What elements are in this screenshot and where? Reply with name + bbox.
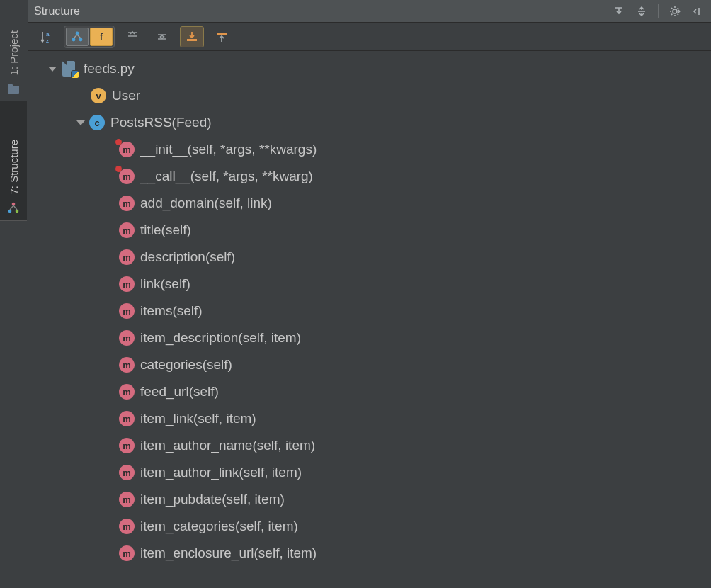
tree-node-method[interactable]: mitem_author_link(self, item) <box>28 459 711 486</box>
svg-point-5 <box>673 9 677 13</box>
structure-panel: Structure az <box>28 0 711 588</box>
filter-group: f <box>64 26 115 48</box>
sidebar-tab-project[interactable]: 1: Project <box>0 1 27 101</box>
node-label: categories(self) <box>140 357 232 373</box>
show-fields-button[interactable]: f <box>90 28 113 46</box>
method-icon: m <box>119 142 135 157</box>
method-icon: m <box>119 411 135 426</box>
node-label: item_categories(self, item) <box>140 519 298 534</box>
tree-node-method[interactable]: m__init__(self, *args, **kwargs) <box>28 136 711 163</box>
node-label: item_link(self, item) <box>140 411 256 426</box>
node-label: link(self) <box>140 276 190 292</box>
private-lock-icon <box>115 166 122 172</box>
tree-node-method[interactable]: mitem_categories(self, item) <box>28 513 711 540</box>
gear-icon[interactable] <box>667 4 683 19</box>
method-icon: m <box>119 384 135 400</box>
method-icon: m <box>119 330 135 346</box>
node-label: feeds.py <box>84 61 135 77</box>
tree-node-method[interactable]: mitems(self) <box>28 298 711 324</box>
svg-text:z: z <box>46 38 49 44</box>
side-tab-strip: 1: Project 7: Structure <box>0 0 28 588</box>
sort-alpha-button[interactable]: az <box>34 26 58 47</box>
svg-point-4 <box>16 210 19 213</box>
method-icon: m <box>119 492 135 507</box>
node-label: item_author_link(self, item) <box>140 465 302 480</box>
tree-node-method[interactable]: mdescription(self) <box>28 244 711 271</box>
node-label: PostsRSS(Feed) <box>110 115 212 130</box>
svg-point-10 <box>79 38 83 41</box>
method-icon: m <box>119 196 135 211</box>
svg-rect-1 <box>8 84 13 87</box>
scroll-to-source-icon[interactable] <box>611 4 627 19</box>
tree-node-method[interactable]: mitem_description(self, item) <box>28 324 711 351</box>
node-label: item_author_name(self, item) <box>140 438 315 453</box>
autoscroll-to-source-button[interactable] <box>180 26 204 47</box>
svg-text:a: a <box>46 31 50 38</box>
show-supertypes-button[interactable] <box>66 28 89 46</box>
node-label: add_domain(self, link) <box>140 196 272 211</box>
disclosure-triangle-icon[interactable] <box>76 120 85 125</box>
variable-icon: v <box>91 88 106 103</box>
python-file-icon <box>61 60 78 77</box>
class-icon: c <box>89 115 105 130</box>
method-icon: m <box>119 465 135 480</box>
disclosure-triangle-icon[interactable] <box>48 67 57 72</box>
tree-node-method[interactable]: mfeed_url(self) <box>28 378 711 405</box>
expand-all-button[interactable] <box>120 26 144 47</box>
method-icon: m <box>119 545 135 561</box>
tree-node-method[interactable]: mitem_link(self, item) <box>28 405 711 432</box>
project-icon <box>7 82 20 95</box>
sidebar-tab-structure-label: 7: Structure <box>8 132 20 202</box>
tree-node-method[interactable]: mcategories(self) <box>28 351 711 378</box>
tree-file-node[interactable]: feeds.py <box>28 55 711 82</box>
svg-rect-14 <box>217 33 227 35</box>
collapse-all-button[interactable] <box>150 26 174 47</box>
tree-node-method[interactable]: m__call__(self, *args, **kwarg) <box>28 163 711 190</box>
tree-node-method[interactable]: mitem_enclosure_url(self, item) <box>28 540 711 567</box>
private-lock-icon <box>115 139 122 145</box>
method-icon: m <box>119 222 135 238</box>
separator <box>658 4 659 18</box>
tree-node-method[interactable]: mitem_author_name(self, item) <box>28 432 711 459</box>
node-label: item_enclosure_url(self, item) <box>140 545 317 561</box>
tree-node-method[interactable]: madd_domain(self, link) <box>28 190 711 217</box>
structure-toolbar: az f <box>28 23 711 51</box>
hide-icon[interactable] <box>690 4 705 19</box>
node-label: description(self) <box>140 249 235 265</box>
svg-point-9 <box>72 38 76 41</box>
tree-node-method[interactable]: mlink(self) <box>28 271 711 298</box>
method-icon: m <box>119 276 135 292</box>
tree-node-method[interactable]: mitem_pubdate(self, item) <box>28 486 711 513</box>
tree-node-method[interactable]: mtitle(self) <box>28 217 711 244</box>
node-label: __call__(self, *args, **kwarg) <box>140 169 313 184</box>
method-icon: m <box>119 169 135 184</box>
node-label: User <box>112 88 140 103</box>
node-label: __init__(self, *args, **kwargs) <box>140 142 317 157</box>
svg-point-3 <box>8 210 12 213</box>
node-label: feed_url(self) <box>140 384 219 400</box>
autoscroll-icon[interactable] <box>634 4 649 19</box>
sidebar-tab-structure[interactable]: 7: Structure <box>0 101 27 221</box>
structure-icon <box>7 202 20 215</box>
tree-node-class[interactable]: cPostsRSS(Feed) <box>28 109 711 136</box>
panel-titlebar: Structure <box>28 0 711 23</box>
method-icon: m <box>119 249 135 265</box>
node-label: item_pubdate(self, item) <box>140 492 285 507</box>
node-label: items(self) <box>140 303 203 319</box>
svg-point-8 <box>76 31 79 35</box>
method-icon: m <box>119 303 135 319</box>
method-icon: m <box>119 438 135 453</box>
method-icon: m <box>119 357 135 373</box>
node-label: title(self) <box>140 222 191 238</box>
svg-point-2 <box>12 203 16 206</box>
tree-node-variable[interactable]: vUser <box>28 82 711 109</box>
sidebar-tab-project-label: 1: Project <box>8 23 20 82</box>
node-label: item_description(self, item) <box>140 330 301 346</box>
autoscroll-from-source-button[interactable] <box>210 26 234 47</box>
structure-tree[interactable]: feeds.pyvUsercPostsRSS(Feed)m__init__(se… <box>28 51 711 588</box>
svg-rect-13 <box>187 39 197 41</box>
method-icon: m <box>119 519 135 534</box>
panel-titlebar-actions <box>611 4 705 19</box>
panel-title: Structure <box>34 5 611 18</box>
